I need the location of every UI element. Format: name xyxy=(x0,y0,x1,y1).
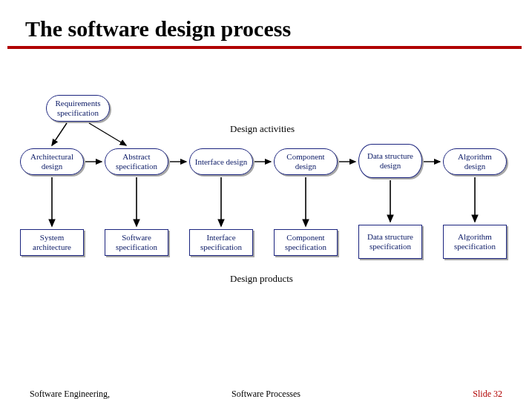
svg-line-1 xyxy=(89,123,126,145)
footer-center: Software Processes xyxy=(231,389,301,399)
svg-line-0 xyxy=(52,123,67,145)
activity-architectural: Architectural design xyxy=(20,148,84,175)
input-node: Requirements specification xyxy=(46,95,110,122)
activity-interface: Interface design xyxy=(189,148,253,175)
product-interface-spec: Interface specification xyxy=(189,229,253,256)
product-software-spec: Software specification xyxy=(105,229,168,256)
product-algorithm-spec: Algorithm specification xyxy=(443,225,507,259)
footer-left: Software Engineering, xyxy=(30,389,110,399)
flow-arrows xyxy=(0,49,532,346)
activity-data-structure: Data structure design xyxy=(358,144,422,178)
product-component-spec: Component specification xyxy=(274,229,338,256)
slide-title: The software design process xyxy=(7,0,522,49)
activity-component: Component design xyxy=(274,148,338,175)
footer-right: Slide 32 xyxy=(473,389,502,399)
diagram-area: Requirements specification Design activi… xyxy=(0,49,532,346)
activity-algorithm: Algorithm design xyxy=(443,148,507,175)
caption-products: Design products xyxy=(230,273,293,285)
product-system-arch: System architecture xyxy=(20,229,84,256)
product-data-structure-spec: Data structure specification xyxy=(358,225,422,259)
caption-activities: Design activities xyxy=(230,123,295,135)
activity-abstract-spec: Abstract specification xyxy=(105,148,168,175)
